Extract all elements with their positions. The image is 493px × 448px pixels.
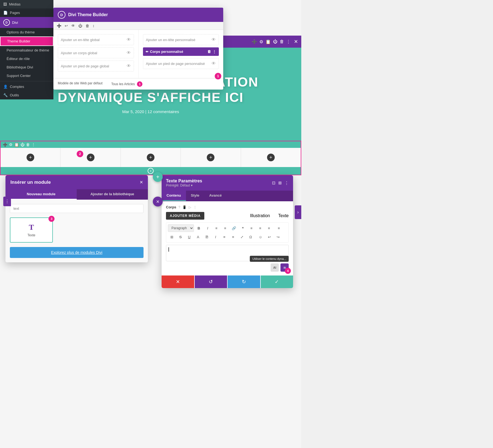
side-panel-right-btn[interactable]: › [295,205,301,219]
ts-split-icon[interactable]: ⊞ [278,180,282,185]
row-power-icon[interactable]: ⏻ [21,142,24,147]
sidebar-item-medias[interactable]: 🖼 Médias [0,0,53,8]
ts-bold-btn[interactable]: B [195,224,203,232]
ts-indent-btn[interactable]: ≡ [220,233,228,241]
ts-redo-footer-btn[interactable]: ↻ [228,275,260,288]
sidebar-item-outils[interactable]: 🔧 Outils [0,91,53,99]
topbar-add-icon[interactable]: ➕ [252,39,257,44]
ts-dots-icon[interactable]: ⋮ [193,205,197,209]
im-explore-btn[interactable]: Explorez plus de modules Divi [10,247,144,258]
float-add-btn-top[interactable]: + [153,172,163,182]
ts-link-btn[interactable]: 🔗 [230,224,238,232]
topbar-close-icon[interactable]: ✕ [294,39,298,45]
ts-tab-contenu[interactable]: Contenu [162,191,186,201]
ts-add-media-btn[interactable]: AJOUTER MÉDIA [166,212,204,220]
ts-paste-btn[interactable]: 🖹 [203,233,211,241]
tb-add-header-global[interactable]: Ajouter un en-tête global 👁 [58,34,134,45]
ts-align-center-btn[interactable]: ≡ [256,224,264,232]
sidebar-item-bibliotheque[interactable]: Bibliothèque Divi [0,63,53,71]
row-add-icon[interactable]: ➕ [3,142,7,147]
ts-mobile-icon[interactable]: 📱 [182,205,187,209]
tb-add-footer-global[interactable]: Ajouter un pied de page global 👁 [58,61,134,71]
eye-icon-footer[interactable]: 👁 [127,64,131,68]
ts-align-right-btn[interactable]: ≡ [265,224,273,232]
sidebar-item-personnalisateur[interactable]: Personnalisateur de thème [0,46,53,54]
ts-emoji-btn[interactable]: ☺ [257,233,264,241]
topbar-copy-icon[interactable]: 📋 [265,39,271,44]
ts-underline-btn[interactable]: U [185,233,193,241]
ts-cancel-btn[interactable]: ✕ [162,275,194,288]
tb-add-header-custom[interactable]: Ajouter un en-tête personnalisé 👁 [143,34,219,45]
ts-omega-btn[interactable]: Ω [247,233,254,241]
col-add-btn-3[interactable]: + [147,154,154,161]
tb-add-body-global[interactable]: Ajouter un corps global 👁 [58,47,134,58]
sidebar-item-comptes[interactable]: 👤 Comptes [0,82,53,91]
ts-save-btn[interactable]: ✓ [261,275,293,288]
sidebar-item-theme-builder[interactable]: Theme Builder [0,36,53,46]
ts-ai-btn[interactable]: AI [271,263,279,272]
side-panel-btn[interactable]: ⋮ [3,197,11,206]
topbar-gear-icon[interactable]: ⚙ [259,39,263,44]
ts-italic2-btn[interactable]: I [212,233,219,241]
ts-color-btn[interactable]: A [194,233,202,241]
ts-ol-btn[interactable]: ≡ [221,224,229,232]
ts-table-btn[interactable]: ⊞ [168,233,176,241]
topbar-more-icon[interactable]: ⋮ [286,39,291,44]
sidebar-item-divi[interactable]: D Divi ▶ [0,17,53,28]
topbar-trash-icon[interactable]: 🗑 [280,39,284,44]
row-add-bottom-btn[interactable]: + [148,168,154,174]
del-icon[interactable]: 🗑 [207,50,211,54]
ts-ul-btn[interactable]: ≡ [213,224,220,232]
ts-strikethrough-btn[interactable]: S [177,233,184,241]
tb-power-icon[interactable]: ⏻ [78,24,82,28]
im-search-input[interactable] [10,204,144,213]
ts-fullscreen-icon[interactable]: ⊡ [272,180,276,185]
eye-icon-header[interactable]: 👁 [127,37,131,42]
ts-expand-btn[interactable]: ⤢ [238,233,246,241]
more-icon[interactable]: ⋮ [213,50,216,54]
row-more-icon[interactable]: ⋮ [31,142,35,147]
row-gear-icon[interactable]: ⚙ [9,142,13,147]
edit-icon[interactable]: ✏ [146,50,148,54]
im-module-texte[interactable]: T Texte 3 [10,217,53,243]
tb-add-footer-custom[interactable]: Ajouter un pied de page personnalisé 👁 [143,58,219,69]
col-add-btn-4[interactable]: + [207,154,214,161]
eye-icon-custom-footer[interactable]: 👁 [211,61,216,66]
ts-undo-footer-btn[interactable]: ↺ [195,275,227,288]
ts-italic-btn[interactable]: I [204,224,211,232]
im-tab-library[interactable]: Ajouter de la bibliothèque [77,189,148,200]
tb-sort-icon[interactable]: ↕ [93,24,94,28]
ts-tab-style[interactable]: Style [186,191,204,201]
sidebar-item-options-theme[interactable]: Options du thème [0,28,53,36]
tb-left-col: Ajouter un en-tête global 👁 Ajouter un c… [53,30,139,78]
float-close-btn[interactable]: × [153,197,163,206]
eye-icon-custom-header[interactable]: 👁 [211,37,216,42]
ts-undo-btn[interactable]: ↩ [265,233,273,241]
row-col-2: + [61,148,121,167]
ts-quote-btn[interactable]: ❝ [239,224,246,232]
ts-preset[interactable]: Préréglé: Défaut ▾ [166,183,202,187]
col-add-btn-1[interactable]: + [27,154,34,161]
eye-icon-body[interactable]: 👁 [127,50,131,55]
tb-undo-icon[interactable]: ↩ [65,24,68,28]
ts-align-justify-btn[interactable]: ≡ [275,224,283,232]
col-add-btn-2[interactable]: + [87,154,94,161]
tb-add-icon[interactable]: ➕ [57,24,61,28]
tb-trash-icon[interactable]: 🗑 [85,24,89,28]
im-tab-new[interactable]: Nouveau module [5,189,77,200]
sidebar-item-editeur-role[interactable]: Éditeur de rôle [0,54,53,63]
ts-align-left-btn[interactable]: ≡ [248,224,255,232]
ts-tab-avance[interactable]: Avancé [204,191,227,201]
im-close-btn[interactable]: × [140,179,143,185]
ts-more-icon[interactable]: ⋮ [285,180,289,185]
topbar-power-icon[interactable]: ⏻ [273,39,277,44]
sidebar-item-support[interactable]: Support Center [0,71,53,80]
col-add-btn-5[interactable]: + [267,154,275,161]
tb-eye-icon[interactable]: 👁 [71,24,75,28]
row-trash-icon[interactable]: 🗑 [26,142,30,147]
row-copy-icon[interactable]: 📋 [14,142,19,147]
ts-outdent-btn[interactable]: ≡ [229,233,237,241]
ts-paragraph-select[interactable]: Paragraph [168,224,194,232]
sidebar-item-pages[interactable]: 📄 Pages [0,8,53,17]
ts-redo-btn[interactable]: ↪ [274,233,282,241]
